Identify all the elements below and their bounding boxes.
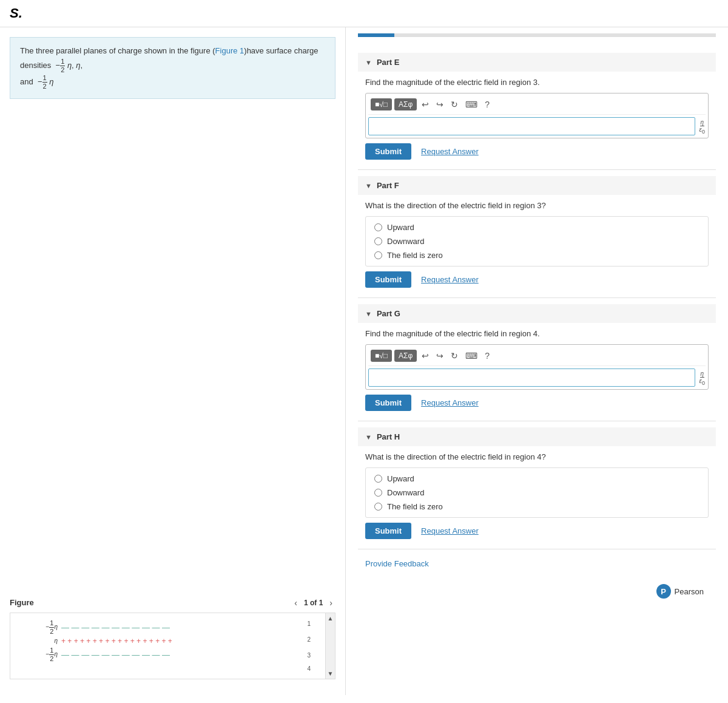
part-e-section: ▼ Part E Find the magnitude of the elect…	[358, 47, 716, 170]
part-g-input-row: ηε0	[368, 368, 706, 387]
part-f-radio-downward[interactable]	[374, 237, 382, 245]
part-f-radio-box: Upward Downward The field is zero	[365, 216, 709, 267]
part-g-action-row: Submit Request Answer	[365, 395, 709, 411]
part-e-request-answer[interactable]: Request Answer	[421, 147, 479, 156]
part-h-label-upward: Upward	[387, 474, 414, 483]
part-g-question: Find the magnitude of the electric field…	[365, 329, 709, 338]
figure-prev-btn[interactable]: ‹	[291, 597, 300, 609]
part-g-toolbar-btn2[interactable]: ΑΣφ	[394, 350, 417, 362]
logo: S.	[10, 5, 22, 21]
part-g-toolbar: ■√□ ΑΣφ ↩ ↪ ↻ ⌨ ?	[368, 347, 706, 366]
problem-box: The three parallel planes of charge show…	[10, 37, 335, 99]
part-e-unit: ηε0	[699, 118, 706, 135]
part-e-label: Part E	[377, 58, 400, 67]
part-h-header[interactable]: ▼ Part H	[358, 427, 716, 446]
part-f-radio-upward[interactable]	[374, 223, 382, 231]
part-g-toolbar-btn1[interactable]: ■√□	[371, 350, 392, 362]
provide-feedback-link[interactable]: Provide Feedback	[365, 559, 429, 568]
part-f-label-downward: Downward	[387, 237, 424, 246]
part-f-label: Part F	[377, 181, 399, 190]
part-h-action-row: Submit Request Answer	[365, 523, 709, 539]
part-f-submit-btn[interactable]: Submit	[365, 271, 411, 288]
part-h-arrow: ▼	[365, 433, 372, 441]
part-h-label-downward: Downward	[387, 488, 424, 497]
figure-nav[interactable]: ‹ 1 of 1 ›	[291, 597, 335, 609]
part-e-help-btn[interactable]: ?	[482, 98, 492, 110]
part-g-keyboard-btn[interactable]: ⌨	[463, 350, 480, 362]
part-g-unit: ηε0	[699, 369, 706, 387]
part-f-arrow: ▼	[365, 182, 372, 189]
part-g-section: ▼ Part G Find the magnitude of the elect…	[358, 298, 716, 421]
part-e-header[interactable]: ▼ Part E	[358, 53, 716, 72]
part-g-math-area: ■√□ ΑΣφ ↩ ↪ ↻ ⌨ ? ηε0	[365, 344, 709, 390]
part-h-request-answer[interactable]: Request Answer	[421, 526, 479, 535]
part-f-action-row: Submit Request Answer	[365, 271, 709, 288]
problem-line2: and	[20, 77, 33, 86]
part-g-content: Find the magnitude of the electric field…	[358, 329, 716, 411]
part-e-input[interactable]	[368, 117, 695, 135]
part-g-undo-btn[interactable]: ↩	[419, 350, 431, 362]
figure-next-btn[interactable]: ›	[326, 597, 335, 609]
part-e-keyboard-btn[interactable]: ⌨	[463, 98, 480, 110]
part-h-radio-upward[interactable]	[374, 475, 382, 483]
problem-text-before: The three parallel planes of charge show…	[20, 46, 215, 55]
part-f-radio-zero[interactable]	[374, 251, 382, 259]
part-g-header[interactable]: ▼ Part G	[358, 304, 716, 323]
part-e-math-area: ■√□ ΑΣφ ↩ ↪ ↻ ⌨ ? ηε0	[365, 93, 709, 138]
part-h-radio-zero[interactable]	[374, 503, 382, 511]
pearson-logo-area: P Pearson	[358, 578, 716, 605]
figure-link[interactable]: Figure 1	[215, 46, 244, 55]
part-e-submit-btn[interactable]: Submit	[365, 143, 411, 160]
progress-bar	[358, 33, 394, 37]
part-e-undo-btn[interactable]: ↩	[419, 98, 431, 110]
part-g-label: Part G	[377, 309, 400, 318]
figure-header: Figure ‹ 1 of 1 ›	[10, 597, 335, 609]
pearson-text: Pearson	[675, 587, 704, 596]
part-e-toolbar-btn2[interactable]: ΑΣφ	[394, 98, 417, 110]
part-g-redo-btn[interactable]: ↪	[434, 350, 446, 362]
figure-nav-text: 1 of 1	[304, 599, 323, 607]
part-e-arrow: ▼	[365, 59, 372, 66]
scroll-up-icon[interactable]: ▲	[326, 613, 335, 623]
pearson-icon: P	[656, 584, 671, 599]
part-f-option-zero[interactable]: The field is zero	[374, 251, 699, 260]
part-g-request-answer[interactable]: Request Answer	[421, 398, 479, 407]
part-f-question: What is the direction of the electric fi…	[365, 201, 709, 210]
part-h-radio-box: Upward Downward The field is zero	[365, 467, 709, 518]
part-h-submit-btn[interactable]: Submit	[365, 523, 411, 539]
right-panel: ▼ Part E Find the magnitude of the elect…	[346, 27, 728, 695]
part-g-input[interactable]	[368, 368, 695, 387]
part-f-content: What is the direction of the electric fi…	[358, 201, 716, 288]
part-g-help-btn[interactable]: ?	[482, 350, 492, 362]
figure-inner: 1 −12η — — — — — — — — — — — 2 η	[10, 613, 335, 671]
part-h-question: What is the direction of the electric fi…	[365, 452, 709, 461]
part-e-question: Find the magnitude of the electric field…	[365, 78, 709, 87]
part-g-refresh-btn[interactable]: ↻	[448, 350, 460, 362]
part-f-request-answer[interactable]: Request Answer	[421, 275, 479, 284]
part-f-header[interactable]: ▼ Part F	[358, 176, 716, 195]
part-f-section: ▼ Part F What is the direction of the el…	[358, 170, 716, 298]
part-h-option-downward[interactable]: Downward	[374, 488, 699, 497]
figure-scroll[interactable]: ▲ ▼	[325, 613, 335, 679]
figure-container: ▲ ▼ 1 −12η — — — — — — — — — — —	[10, 613, 335, 679]
figure-section: Figure ‹ 1 of 1 › ▲ ▼ 1	[10, 597, 335, 679]
scroll-down-icon[interactable]: ▼	[326, 668, 335, 679]
part-h-label: Part H	[377, 432, 400, 441]
part-e-action-row: Submit Request Answer	[365, 143, 709, 160]
part-g-submit-btn[interactable]: Submit	[365, 395, 411, 411]
part-f-label-upward: Upward	[387, 223, 414, 232]
part-e-content: Find the magnitude of the electric field…	[358, 78, 716, 160]
part-f-option-downward[interactable]: Downward	[374, 237, 699, 246]
part-e-redo-btn[interactable]: ↪	[434, 98, 446, 110]
part-h-option-zero[interactable]: The field is zero	[374, 502, 699, 511]
part-f-label-zero: The field is zero	[387, 251, 443, 260]
part-e-toolbar-btn1[interactable]: ■√□	[371, 98, 392, 110]
part-f-option-upward[interactable]: Upward	[374, 223, 699, 232]
part-h-radio-downward[interactable]	[374, 489, 382, 497]
part-e-refresh-btn[interactable]: ↻	[448, 98, 460, 110]
figure-label: Figure	[10, 598, 34, 607]
top-bar: S.	[0, 0, 728, 27]
part-h-section: ▼ Part H What is the direction of the el…	[358, 421, 716, 549]
part-h-content: What is the direction of the electric fi…	[358, 452, 716, 539]
part-h-option-upward[interactable]: Upward	[374, 474, 699, 483]
